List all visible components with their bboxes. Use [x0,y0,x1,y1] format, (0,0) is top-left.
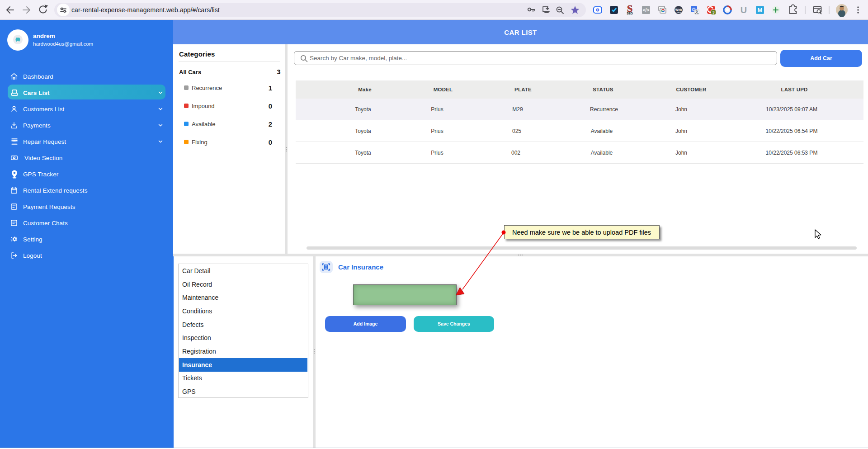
svg-text:Web: Web [675,8,682,11]
svg-text:SCRAPER: SCRAPER [674,11,683,14]
svg-text:</>: </> [643,8,650,13]
svg-text:M: M [758,7,763,14]
svg-text:文: 文 [695,9,699,14]
svg-text:SEO: SEO [627,12,633,15]
svg-text:3: 3 [712,10,715,14]
svg-text:U: U [741,5,747,15]
